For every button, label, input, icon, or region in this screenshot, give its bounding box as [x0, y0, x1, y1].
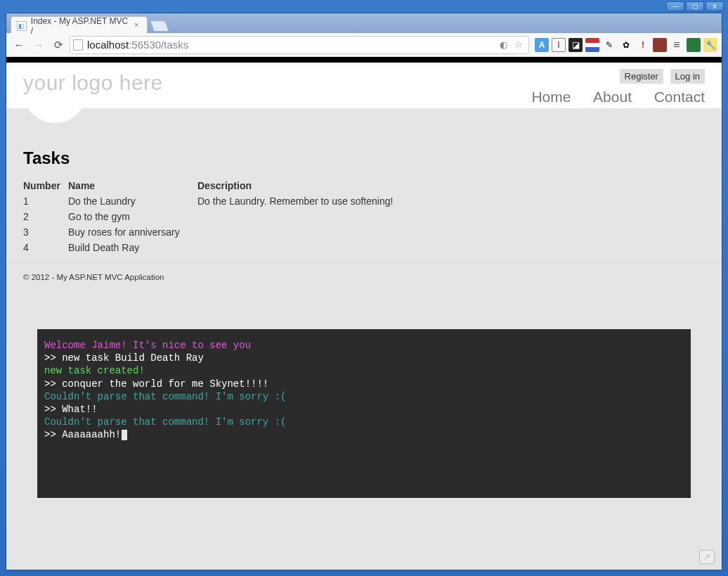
- browser-tab[interactable]: ◧ Index - My ASP.NET MVC / ×: [11, 16, 148, 33]
- page-footer: © 2012 - My ASP.NET MVC Application: [6, 262, 722, 291]
- tab-favicon-icon: ◧: [17, 21, 27, 31]
- top-black-bar: [6, 57, 722, 63]
- forward-button[interactable]: →: [30, 37, 47, 53]
- extension-icon[interactable]: I: [552, 38, 566, 52]
- cell-name: Go to the gym: [68, 209, 197, 224]
- terminal-prompt[interactable]: >> Aaaaaaahh!: [44, 428, 684, 441]
- cell-name: Buy roses for anniversary: [68, 224, 197, 240]
- col-number: Number: [23, 178, 68, 193]
- extension-icon[interactable]: [687, 38, 701, 52]
- permissions-icon[interactable]: ◐: [498, 39, 509, 51]
- address-bar[interactable]: localhost:56530/tasks ◐ ☆: [70, 36, 529, 54]
- browser-window: ◧ Index - My ASP.NET MVC / × ← → ⟳ local…: [6, 13, 722, 570]
- window-maximize-button[interactable]: ▢: [686, 1, 704, 11]
- cell-description: [197, 224, 393, 240]
- reload-button[interactable]: ⟳: [50, 37, 67, 53]
- cell-number: 4: [23, 240, 68, 255]
- url-host: localhost: [87, 39, 129, 51]
- table-row: 4Build Death Ray: [23, 240, 393, 255]
- tab-close-icon[interactable]: ×: [134, 20, 143, 29]
- back-button[interactable]: ←: [11, 37, 27, 53]
- terminal-line: >> What!!: [44, 403, 684, 416]
- login-link[interactable]: Log in: [670, 69, 705, 84]
- terminal-line: >> new task Build Death Ray: [44, 352, 684, 364]
- extension-icon[interactable]: [653, 38, 667, 52]
- extension-icon[interactable]: ≡: [670, 38, 684, 52]
- new-tab-button[interactable]: [150, 20, 169, 32]
- terminal-panel[interactable]: Welcome Jaime! It's nice to see you>> ne…: [37, 329, 691, 498]
- nav-home[interactable]: Home: [531, 89, 571, 105]
- extension-icon[interactable]: ✎: [602, 38, 616, 52]
- nav-about[interactable]: About: [593, 89, 632, 105]
- bookmark-star-icon[interactable]: ☆: [513, 39, 524, 51]
- table-row: 1Do the LaundryDo the Laundry. Remember …: [23, 193, 393, 209]
- window-minimize-button[interactable]: —: [666, 1, 684, 11]
- terminal-line: Couldn't parse that command! I'm sorry :…: [44, 416, 684, 428]
- table-row: 2Go to the gym: [23, 209, 393, 224]
- terminal-line: Couldn't parse that command! I'm sorry :…: [44, 390, 684, 403]
- extension-icon[interactable]: A: [535, 38, 549, 52]
- tasks-table: Number Name Description 1Do the LaundryD…: [23, 178, 393, 255]
- cell-number: 3: [23, 224, 68, 240]
- cell-number: 1: [23, 193, 68, 209]
- tab-title: Index - My ASP.NET MVC /: [31, 16, 131, 36]
- terminal-line: Welcome Jaime! It's nice to see you: [44, 339, 684, 352]
- page-viewport: your logo here Register Log in Home Abou…: [6, 63, 722, 570]
- chrome-menu-icon[interactable]: 🔧: [703, 38, 717, 52]
- url-path: /tasks: [161, 39, 188, 51]
- col-description: Description: [197, 178, 393, 193]
- extension-icon[interactable]: ✿: [619, 38, 633, 52]
- terminal-line: >> conquer the world for me Skynet!!!!: [44, 378, 684, 390]
- browser-toolbar: ← → ⟳ localhost:56530/tasks ◐ ☆ A I ◪ ✎ …: [6, 33, 722, 57]
- site-logo: your logo here: [23, 71, 163, 95]
- cell-number: 2: [23, 209, 68, 224]
- logo-backdrop: [23, 91, 86, 123]
- cell-name: Do the Laundry: [68, 193, 197, 209]
- extension-icon[interactable]: ◪: [568, 38, 583, 52]
- cell-description: [197, 240, 393, 255]
- nav-contact[interactable]: Contact: [654, 89, 705, 105]
- register-link[interactable]: Register: [620, 69, 663, 84]
- extension-icon[interactable]: !: [636, 38, 650, 52]
- extension-icon[interactable]: [585, 38, 599, 52]
- tab-strip: ◧ Index - My ASP.NET MVC / ×: [6, 13, 722, 33]
- cell-name: Build Death Ray: [68, 240, 197, 255]
- col-name: Name: [68, 178, 197, 193]
- terminal-cursor: [122, 430, 127, 440]
- share-icon[interactable]: ↗: [699, 550, 715, 564]
- cell-description: Do the Laundry. Remember to use softenin…: [197, 193, 393, 209]
- extensions-bar: A I ◪ ✎ ✿ ! ≡ 🔧: [532, 38, 717, 52]
- cell-description: [197, 209, 393, 224]
- page-icon: [73, 39, 83, 51]
- page-heading: Tasks: [23, 148, 705, 168]
- window-titlebar: — ▢ X: [0, 0, 728, 13]
- window-close-button[interactable]: X: [706, 1, 724, 11]
- table-row: 3Buy roses for anniversary: [23, 224, 393, 240]
- url-port: :56530: [129, 39, 161, 51]
- terminal-line: new task created!: [44, 364, 684, 377]
